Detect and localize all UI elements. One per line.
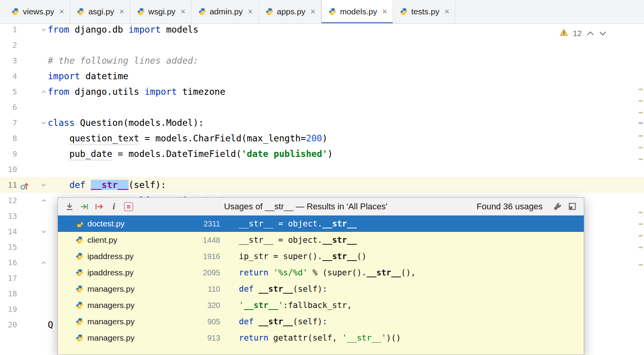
line-number[interactable]: 11 (0, 177, 17, 193)
code-line-5[interactable]: 5from django.utils import timezone (0, 84, 644, 99)
fold-marker-icon[interactable] (39, 115, 48, 131)
info-icon[interactable]: i (108, 200, 120, 213)
merge-usages-icon[interactable]: m (122, 200, 135, 213)
stripe-mark[interactable] (639, 135, 643, 137)
fold-marker-icon[interactable] (39, 193, 48, 208)
tab-apps.py[interactable]: apps.py× (259, 0, 321, 23)
tab-views.py[interactable]: views.py× (5, 0, 70, 23)
fold-marker-icon[interactable] (39, 177, 48, 193)
usage-code: def __str__(self): (239, 284, 327, 294)
line-number[interactable]: 14 (0, 224, 17, 239)
previous-warning-icon[interactable] (587, 31, 594, 36)
usage-code: __str__ = object.__str__ (239, 219, 357, 228)
write-access-icon[interactable] (93, 200, 105, 213)
override-method-icon[interactable] (20, 180, 30, 190)
python-file-icon (76, 220, 84, 228)
tab-close-icon[interactable]: × (181, 7, 186, 16)
usage-row[interactable]: ipaddress.py2095return '%s/%d' % (super(… (58, 265, 584, 281)
fold-marker-icon[interactable] (39, 255, 48, 270)
code-line-6[interactable]: 6 (0, 99, 644, 115)
fold-marker-icon[interactable] (39, 24, 48, 37)
usage-code: '__str__':fallback_str, (239, 301, 352, 310)
code-line-3[interactable]: 3# the following lines added: (0, 53, 644, 68)
code-line-7[interactable]: 7class Question(models.Model): (0, 115, 644, 131)
code-line-4[interactable]: 4import datetime (0, 68, 644, 84)
line-number[interactable]: 9 (0, 146, 17, 162)
line-number[interactable]: 17 (0, 270, 17, 286)
line-number[interactable]: 13 (0, 208, 17, 224)
usage-file: managers.py (76, 301, 166, 310)
code-line-2[interactable]: 2 (0, 37, 644, 53)
usage-code: def __str__(self): (239, 317, 327, 326)
open-in-window-icon[interactable] (566, 200, 578, 213)
code-text: class Question(models.Model): (48, 115, 204, 131)
stripe-mark[interactable] (639, 122, 643, 124)
usage-file: client.py (76, 235, 166, 245)
line-number[interactable]: 3 (0, 53, 17, 68)
tab-close-icon[interactable]: × (444, 7, 449, 16)
tab-admin.py[interactable]: admin.py× (191, 0, 259, 23)
tab-close-icon[interactable]: × (119, 7, 124, 16)
stripe-mark[interactable] (639, 147, 643, 148)
usage-row[interactable]: doctest.py2311__str__ = object.__str__ (58, 216, 584, 232)
open-in-toolwindow-icon[interactable] (63, 200, 76, 213)
code-line-11[interactable]: 11 def __str__(self): (0, 177, 644, 193)
usage-file-name: managers.py (87, 333, 134, 343)
line-number[interactable]: 4 (0, 68, 17, 84)
usage-file-name: managers.py (87, 317, 134, 326)
line-number[interactable]: 5 (0, 84, 17, 99)
usage-row[interactable]: managers.py913return getattr(self, '__st… (58, 330, 584, 346)
stripe-mark[interactable] (639, 235, 643, 237)
stripe-mark[interactable] (639, 89, 643, 90)
usage-row[interactable]: client.py1448__str__ = object.__str__ (58, 232, 584, 248)
settings-wrench-icon[interactable] (551, 200, 564, 213)
line-number[interactable]: 10 (0, 162, 17, 177)
stripe-mark[interactable] (639, 264, 643, 266)
code-line-8[interactable]: 8 question_text = models.CharField(max_l… (0, 131, 644, 146)
stripe-mark[interactable] (639, 247, 643, 248)
stripe-mark[interactable] (639, 223, 643, 225)
line-number[interactable]: 15 (0, 239, 17, 255)
line-number[interactable]: 19 (0, 301, 17, 317)
stripe-mark[interactable] (639, 212, 643, 213)
usages-popup: i m Usages of __str__ — Results in 'All … (57, 197, 584, 355)
line-number[interactable]: 8 (0, 131, 17, 146)
fold-marker-icon[interactable] (39, 84, 48, 99)
tab-close-icon[interactable]: × (248, 7, 253, 16)
code-line-10[interactable]: 10 (0, 162, 644, 177)
python-file-icon (329, 8, 336, 16)
stripe-mark[interactable] (639, 100, 643, 102)
tab-close-icon[interactable]: × (382, 7, 387, 16)
line-number[interactable]: 2 (0, 37, 17, 53)
usage-file: ipaddress.py (76, 252, 166, 261)
usage-row[interactable]: managers.py320'__str__':fallback_str, (58, 297, 584, 313)
inspections-widget[interactable]: 12 (559, 28, 607, 38)
tab-models.py[interactable]: models.py× (321, 0, 393, 23)
stripe-mark[interactable] (639, 158, 643, 160)
tab-wsgi.py[interactable]: wsgi.py× (130, 0, 191, 23)
tab-tests.py[interactable]: tests.py× (393, 0, 455, 23)
usage-row[interactable]: ipaddress.py1916ip_str = super().__str__… (58, 248, 584, 265)
line-number[interactable]: 16 (0, 255, 17, 270)
usage-row[interactable]: managers.py110def __str__(self): (58, 281, 584, 297)
usage-code: ip_str = super().__str__() (239, 252, 367, 261)
stripe-mark[interactable] (639, 112, 643, 113)
tab-close-icon[interactable]: × (59, 7, 64, 16)
tab-asgi.py[interactable]: asgi.py× (70, 0, 130, 23)
usage-row[interactable]: managers.py905def __str__(self): (58, 313, 584, 330)
line-number[interactable]: 18 (0, 286, 17, 301)
code-line-1[interactable]: 1from django.db import models (0, 24, 644, 37)
line-number[interactable]: 6 (0, 99, 17, 115)
line-number[interactable]: 1 (0, 24, 17, 37)
tab-close-icon[interactable]: × (310, 7, 315, 16)
line-number[interactable]: 7 (0, 115, 17, 131)
read-access-icon[interactable] (78, 200, 91, 213)
line-number[interactable]: 12 (0, 193, 17, 208)
python-file-icon (198, 8, 206, 16)
fold-marker-icon[interactable] (39, 224, 48, 239)
line-number[interactable]: 20 (0, 317, 17, 332)
code-text: def __str__(self): (48, 177, 166, 193)
code-line-9[interactable]: 9 pub_date = models.DateTimeField('date … (0, 146, 644, 162)
error-stripe[interactable] (638, 24, 644, 355)
next-warning-icon[interactable] (599, 31, 607, 36)
